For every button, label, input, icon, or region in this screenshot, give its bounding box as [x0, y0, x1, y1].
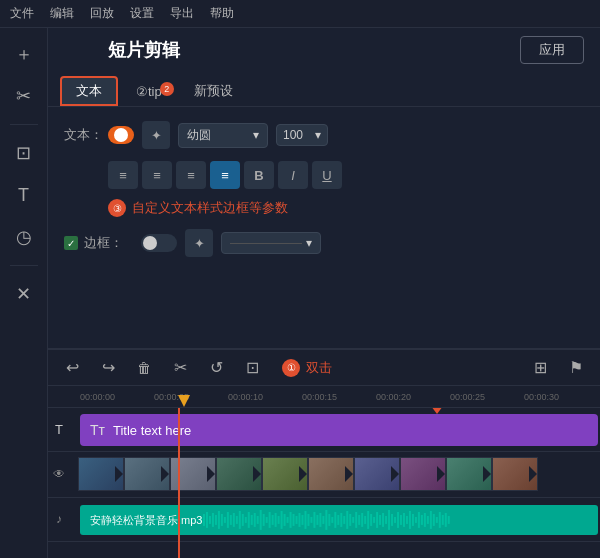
- hint-row: ③ 自定义文本样式边框等参数: [108, 199, 584, 217]
- border-checkbox-label[interactable]: ✓ 边框：: [64, 234, 123, 252]
- border-style-select[interactable]: —————— ▾: [221, 232, 321, 254]
- crop-btn[interactable]: ⊡: [238, 354, 266, 382]
- dblclick-badge: ①: [282, 359, 300, 377]
- ruler-mark-0: 00:00:00: [78, 392, 152, 402]
- svg-rect-13: [239, 511, 241, 529]
- svg-rect-2: [206, 512, 208, 528]
- menu-help[interactable]: 帮助: [210, 5, 234, 22]
- export-btn[interactable]: ⊞: [526, 354, 554, 382]
- text-form-row: 文本： ✦ 幼圆 ▾ 100 ▾: [64, 121, 584, 149]
- svg-rect-78: [433, 514, 435, 526]
- svg-rect-58: [373, 517, 375, 523]
- svg-rect-51: [352, 517, 354, 523]
- thumb-5: [308, 457, 354, 491]
- video-thumbnails: [78, 456, 600, 492]
- svg-rect-62: [385, 516, 387, 524]
- audio-track-side: ♪: [48, 498, 70, 542]
- flag-btn[interactable]: ⚑: [562, 354, 590, 382]
- sidebar-icon-cut[interactable]: ✂: [6, 78, 42, 114]
- cut-btn[interactable]: ✂: [166, 354, 194, 382]
- border-checkbox[interactable]: ✓: [64, 236, 78, 250]
- apply-button[interactable]: 应用: [520, 36, 584, 64]
- delete-btn[interactable]: 🗑: [130, 354, 158, 382]
- menu-bar: 文件 编辑 回放 设置 导出 帮助: [0, 0, 600, 28]
- tab-tip[interactable]: ②tip 2: [122, 80, 176, 103]
- svg-rect-19: [257, 516, 259, 524]
- align-justify-btn[interactable]: ≡: [210, 161, 240, 189]
- menu-export[interactable]: 导出: [170, 5, 194, 22]
- underline-btn[interactable]: U: [312, 161, 342, 189]
- text-track-clip[interactable]: Tт Title text here: [80, 414, 598, 446]
- redo-btn[interactable]: ↪: [94, 354, 122, 382]
- svg-rect-18: [254, 513, 256, 527]
- text-track-content[interactable]: Tт Title text here: [78, 408, 600, 451]
- undo-btn[interactable]: ↩: [58, 354, 86, 382]
- svg-rect-73: [418, 512, 420, 528]
- border-toggle[interactable]: [141, 234, 177, 252]
- svg-rect-28: [284, 514, 286, 526]
- menu-settings[interactable]: 设置: [130, 5, 154, 22]
- sidebar-icon-tools[interactable]: ✕: [6, 276, 42, 312]
- svg-rect-15: [245, 517, 247, 523]
- font-select[interactable]: 幼圆 ▾: [178, 123, 268, 148]
- svg-rect-6: [218, 511, 220, 529]
- rotate-btn[interactable]: ↺: [202, 354, 230, 382]
- panel-content: 文本： ✦ 幼圆 ▾ 100 ▾: [48, 107, 600, 283]
- menu-edit[interactable]: 编辑: [50, 5, 74, 22]
- menu-file[interactable]: 文件: [10, 5, 34, 22]
- thumb-3: [216, 457, 262, 491]
- svg-rect-40: [319, 513, 321, 527]
- align-left-btn[interactable]: ≡: [108, 161, 138, 189]
- svg-rect-70: [409, 511, 411, 529]
- svg-rect-34: [301, 515, 303, 525]
- sidebar-icon-add[interactable]: ＋: [6, 36, 42, 72]
- tab-text[interactable]: 文本: [60, 76, 118, 106]
- thumb-4: [262, 457, 308, 491]
- svg-rect-65: [394, 517, 396, 523]
- sidebar-icon-timer[interactable]: ◷: [6, 219, 42, 255]
- svg-rect-61: [382, 513, 384, 527]
- text-style-btn[interactable]: ✦: [142, 121, 170, 149]
- svg-rect-5: [215, 515, 217, 525]
- svg-rect-4: [212, 513, 214, 527]
- svg-rect-14: [242, 514, 244, 526]
- bold-btn[interactable]: B: [244, 161, 274, 189]
- audio-track-clip[interactable]: 安静轻松背景音乐.mp3: [80, 505, 598, 535]
- sidebar-icon-text[interactable]: T: [6, 177, 42, 213]
- tabs-bar: 文本 ②tip 2 新预设: [48, 70, 600, 107]
- align-right-btn[interactable]: ≡: [176, 161, 206, 189]
- svg-rect-30: [290, 512, 292, 528]
- eye-icon[interactable]: 👁: [53, 467, 65, 481]
- thumb-9: [492, 457, 538, 491]
- timeline-toolbar: ↩ ↪ 🗑 ✂ ↺ ⊡ ① 双击 ⊞ ⚑: [48, 350, 600, 386]
- size-select[interactable]: 100 ▾: [276, 124, 328, 146]
- svg-rect-60: [379, 515, 381, 525]
- text-color-toggle[interactable]: [108, 126, 134, 144]
- thumb-8: [446, 457, 492, 491]
- svg-rect-8: [224, 517, 226, 523]
- thumb-2: [170, 457, 216, 491]
- svg-rect-54: [361, 513, 363, 527]
- svg-rect-17: [251, 515, 253, 525]
- tab-badge-tip: 2: [160, 82, 174, 96]
- timeline-area: ↩ ↪ 🗑 ✂ ↺ ⊡ ① 双击 ⊞ ⚑ 00:00:00 00:00:05 0…: [48, 348, 600, 558]
- text-track-row: T Tт Title text here: [48, 408, 600, 452]
- hint-badge: ③: [108, 199, 126, 217]
- tab-new-preset[interactable]: 新预设: [180, 78, 247, 104]
- video-track-content[interactable]: [78, 452, 600, 497]
- border-color-btn[interactable]: ✦: [185, 229, 213, 257]
- audio-track-content[interactable]: 安静轻松背景音乐.mp3: [78, 498, 600, 541]
- hint-text-label: 自定义文本样式边框等参数: [132, 199, 288, 217]
- svg-rect-25: [275, 513, 277, 527]
- sidebar-icon-layout[interactable]: ⊡: [6, 135, 42, 171]
- svg-rect-46: [337, 515, 339, 525]
- align-center-btn[interactable]: ≡: [142, 161, 172, 189]
- sidebar-divider-1: [10, 124, 38, 125]
- svg-rect-45: [334, 512, 336, 528]
- italic-btn[interactable]: I: [278, 161, 308, 189]
- svg-rect-11: [233, 513, 235, 527]
- menu-playback[interactable]: 回放: [90, 5, 114, 22]
- svg-rect-42: [325, 510, 327, 530]
- svg-rect-24: [272, 515, 274, 525]
- svg-rect-56: [367, 511, 369, 529]
